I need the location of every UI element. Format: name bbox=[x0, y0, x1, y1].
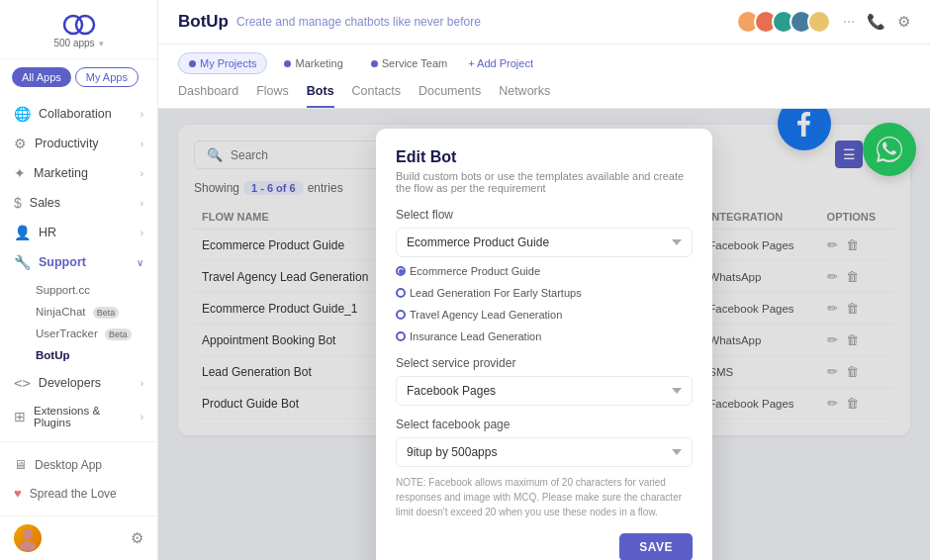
radio-insurance[interactable]: Insurance Lead Generation bbox=[396, 330, 541, 342]
support-sub-menu: Support.cc NinjaChat Beta UserTracker Be… bbox=[0, 277, 157, 368]
sidebar-bottom: 🖥 Desktop App ♥ Spread the Love bbox=[0, 441, 157, 515]
select-provider-label: Select service provider bbox=[396, 356, 693, 370]
project-tabs: My Projects Marketing Service Team + Add… bbox=[178, 52, 910, 74]
radio-label-lead-gen: Lead Generation For Early Startups bbox=[410, 287, 582, 299]
chevron-icon: › bbox=[140, 109, 143, 120]
sidebar-label-productivity: Productivity bbox=[35, 137, 99, 150]
chevron-icon: › bbox=[140, 198, 143, 209]
supportcc-label: Support.cc bbox=[36, 284, 90, 296]
sidebar-item-developers[interactable]: <> Developers › bbox=[0, 368, 157, 398]
sidebar-item-sales[interactable]: $ Sales › bbox=[0, 188, 157, 218]
project-tab-my-projects[interactable]: My Projects bbox=[178, 52, 267, 74]
sidebar-item-marketing[interactable]: ✦ Marketing › bbox=[0, 158, 157, 188]
select-provider-dropdown[interactable]: Facebook Pages bbox=[396, 376, 693, 406]
sidebar-footer: ⚙ bbox=[0, 515, 157, 560]
sidebar-label-marketing: Marketing bbox=[34, 166, 88, 180]
chevron-icon: › bbox=[140, 139, 143, 149]
chevron-down-icon: ∨ bbox=[137, 257, 143, 268]
tab-dashboard[interactable]: Dashboard bbox=[178, 80, 238, 108]
header-right: ⋯ 📞 ⚙ bbox=[736, 10, 910, 34]
tab-documents[interactable]: Documents bbox=[418, 80, 481, 108]
sidebar-label-extensions: Extensions &Plugins bbox=[34, 405, 100, 428]
radio-dot-selected bbox=[396, 266, 406, 276]
my-apps-tab[interactable]: My Apps bbox=[75, 67, 139, 87]
settings-icon[interactable]: ⚙ bbox=[131, 529, 143, 547]
sidebar-item-productivity[interactable]: ⚙ Productivity › bbox=[0, 129, 157, 158]
select-fb-dropdown[interactable]: 9itup by 500apps bbox=[396, 437, 693, 467]
team-avatars bbox=[736, 10, 831, 34]
chevron-down-icon[interactable]: ▾ bbox=[99, 39, 104, 48]
header-icons: ⋯ bbox=[843, 15, 855, 29]
chevron-icon: › bbox=[140, 168, 143, 179]
radio-dot bbox=[396, 331, 406, 341]
chevron-icon: › bbox=[140, 228, 143, 238]
chevron-icon: › bbox=[140, 412, 143, 422]
sidebar-item-collaboration[interactable]: 🌐 Collaboration › bbox=[0, 99, 157, 129]
marketing-tab-label: Marketing bbox=[295, 57, 342, 69]
radio-ecommerce[interactable]: Ecommerce Product Guide bbox=[396, 265, 540, 277]
tab-dot bbox=[371, 60, 378, 67]
sub-header: My Projects Marketing Service Team + Add… bbox=[158, 45, 930, 109]
sidebar-item-extensions[interactable]: ⊞ Extensions &Plugins › bbox=[0, 398, 157, 435]
usertracker-badge: Beta bbox=[105, 328, 132, 340]
modal-note: NOTE: Facebook allows maximum of 20 char… bbox=[396, 475, 693, 519]
header-phone-icon[interactable]: 📞 bbox=[867, 13, 885, 31]
tab-flows[interactable]: Flows bbox=[256, 80, 289, 108]
radio-lead-gen[interactable]: Lead Generation For Early Startups bbox=[396, 287, 582, 299]
svg-point-3 bbox=[20, 541, 36, 551]
avatar-5 bbox=[807, 10, 831, 34]
sidebar-item-supportcc[interactable]: Support.cc bbox=[0, 279, 157, 301]
app-title: BotUp bbox=[178, 12, 229, 32]
modal-subtitle: Build custom bots or use the templates a… bbox=[396, 170, 693, 194]
radio-label-insurance: Insurance Lead Generation bbox=[410, 330, 541, 342]
hr-icon: 👤 bbox=[14, 225, 31, 240]
header-left: BotUp Create and manage chatbots like ne… bbox=[178, 12, 481, 32]
select-fb-label: Select facebook page bbox=[396, 418, 693, 431]
select-flow-label: Select flow bbox=[396, 208, 693, 222]
sidebar-item-spread-love[interactable]: ♥ Spread the Love bbox=[0, 479, 157, 508]
section-nav-tabs: Dashboard Flows Bots Contacts Documents … bbox=[178, 80, 910, 108]
developers-icon: <> bbox=[14, 375, 31, 391]
svg-point-2 bbox=[23, 529, 33, 539]
sidebar-label-collaboration: Collaboration bbox=[39, 107, 112, 121]
project-tab-marketing[interactable]: Marketing bbox=[273, 52, 353, 74]
radio-label-ecommerce: Ecommerce Product Guide bbox=[410, 265, 540, 277]
app-count-label: 500 apps bbox=[53, 38, 94, 48]
settings-dots-icon[interactable]: ⋯ bbox=[843, 15, 855, 29]
tab-bots[interactable]: Bots bbox=[307, 80, 334, 108]
modal-overlay[interactable]: Edit Bot Build custom bots or use the te… bbox=[158, 109, 930, 560]
tab-networks[interactable]: Networks bbox=[499, 80, 550, 108]
user-avatar[interactable] bbox=[14, 524, 42, 552]
sidebar-item-desktop-app[interactable]: 🖥 Desktop App bbox=[0, 450, 157, 479]
extensions-icon: ⊞ bbox=[14, 409, 26, 424]
sidebar-item-ninjachat[interactable]: NinjaChat Beta bbox=[0, 301, 157, 323]
app-logo-icon bbox=[61, 14, 97, 36]
project-tab-service-team[interactable]: Service Team bbox=[360, 52, 458, 74]
app-count: 500 apps ▾ bbox=[53, 38, 103, 48]
sidebar: 500 apps ▾ All Apps My Apps 🌐 Collaborat… bbox=[0, 0, 158, 560]
radio-travel[interactable]: Travel Agency Lead Generation bbox=[396, 309, 562, 321]
productivity-icon: ⚙ bbox=[14, 136, 27, 151]
sidebar-nav: 🌐 Collaboration › ⚙ Productivity › ✦ Mar… bbox=[0, 95, 157, 441]
tab-dot bbox=[284, 60, 291, 67]
tab-dot bbox=[189, 60, 196, 67]
sidebar-item-usertracker[interactable]: UserTracker Beta bbox=[0, 323, 157, 344]
select-flow-dropdown[interactable]: Ecommerce Product Guide bbox=[396, 228, 693, 257]
heart-icon: ♥ bbox=[14, 486, 22, 501]
sales-icon: $ bbox=[14, 195, 22, 211]
save-button[interactable]: SAVE bbox=[619, 533, 693, 560]
sidebar-item-botup[interactable]: BotUp bbox=[0, 344, 157, 366]
all-apps-tab[interactable]: All Apps bbox=[12, 67, 71, 87]
app-filter-tabs: All Apps My Apps bbox=[0, 59, 157, 95]
tab-contacts[interactable]: Contacts bbox=[352, 80, 401, 108]
add-project-button[interactable]: + Add Project bbox=[468, 57, 533, 69]
ninjachat-label: NinjaChat bbox=[36, 306, 86, 318]
marketing-icon: ✦ bbox=[14, 165, 26, 181]
header-settings-icon[interactable]: ⚙ bbox=[897, 13, 910, 31]
edit-bot-modal: Edit Bot Build custom bots or use the te… bbox=[376, 129, 712, 560]
chevron-icon: › bbox=[140, 378, 143, 389]
sidebar-label-developers: Developers bbox=[39, 376, 101, 390]
radio-label-travel: Travel Agency Lead Generation bbox=[410, 309, 562, 321]
sidebar-item-hr[interactable]: 👤 HR › bbox=[0, 218, 157, 247]
sidebar-item-support[interactable]: 🔧 Support ∨ bbox=[0, 247, 157, 277]
